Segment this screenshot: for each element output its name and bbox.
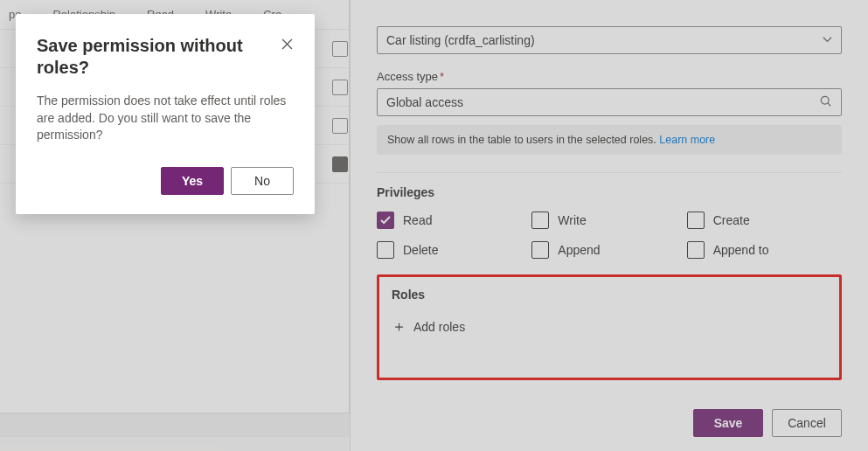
dialog-actions: Yes No	[37, 167, 294, 195]
close-icon[interactable]	[274, 31, 299, 56]
no-button[interactable]: No	[231, 167, 294, 195]
confirm-dialog: Save permission without roles? The permi…	[16, 14, 315, 214]
dialog-body: The permission does not take effect unti…	[37, 93, 294, 144]
dialog-title: Save permission without roles?	[37, 35, 294, 79]
yes-button[interactable]: Yes	[161, 167, 224, 195]
